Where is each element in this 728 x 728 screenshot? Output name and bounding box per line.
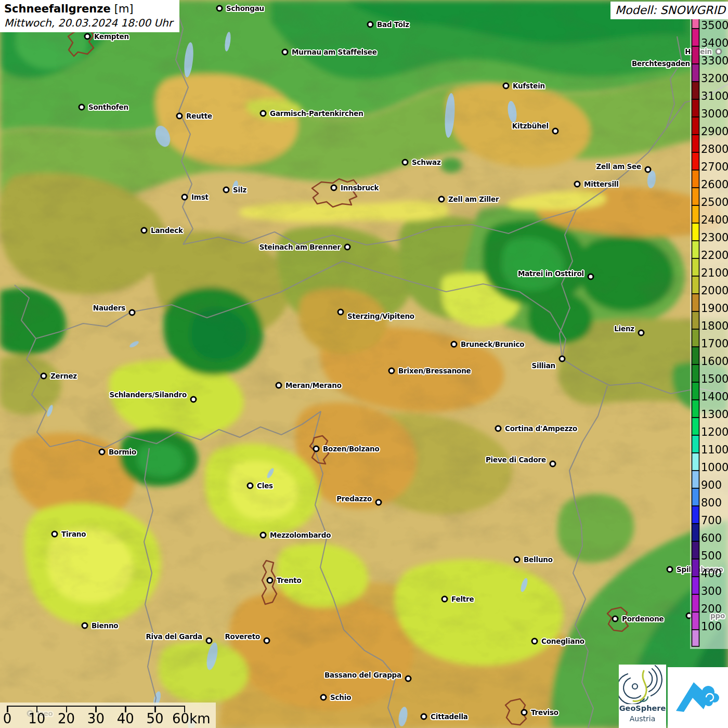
city-marker-icon bbox=[141, 227, 148, 234]
city-label: Matrei in Osttirol bbox=[518, 269, 584, 278]
colorbar-segment bbox=[692, 223, 699, 241]
city-marker-icon bbox=[282, 49, 289, 56]
city-marker-icon bbox=[503, 83, 510, 89]
city-label: Schongau bbox=[226, 4, 264, 12]
scale-bar-label: 50 bbox=[146, 711, 163, 726]
city-label: Cortina d'Ampezzo bbox=[505, 424, 577, 433]
city-marker-icon bbox=[267, 577, 274, 584]
city-label: Lienz bbox=[614, 324, 634, 333]
city-marker-icon bbox=[638, 330, 645, 336]
city-marker-icon bbox=[337, 309, 344, 316]
colorbar-segment bbox=[692, 382, 699, 400]
city-marker-icon bbox=[129, 309, 136, 316]
colorbar-segment bbox=[692, 577, 699, 594]
city-marker-icon bbox=[667, 566, 673, 573]
colorbar-segment bbox=[692, 453, 699, 471]
colorbar-segment bbox=[692, 418, 699, 435]
colorbar-tick-label: 2500 bbox=[701, 196, 728, 209]
city-marker-icon bbox=[552, 128, 559, 135]
colorbar-tick-label: 3100 bbox=[701, 90, 728, 102]
colorbar-tick-label: 1000 bbox=[701, 461, 728, 474]
scale-bar-label: 20 bbox=[58, 711, 75, 726]
scale-bar-label: 60km bbox=[172, 711, 210, 726]
colorbar-segment bbox=[692, 365, 699, 382]
colorbar-tick-label: 3200 bbox=[701, 72, 728, 85]
colorbar-segment bbox=[692, 82, 699, 99]
colorbar-tick-label: 800 bbox=[701, 497, 722, 509]
city-marker-icon bbox=[216, 5, 223, 12]
city-marker-icon bbox=[79, 104, 85, 111]
city-marker-icon bbox=[402, 159, 409, 166]
city-marker-icon bbox=[247, 483, 254, 489]
city-label: Kempten bbox=[94, 32, 129, 41]
geosphere-logo: GeoSphere Austria bbox=[619, 665, 666, 728]
colorbar-tick-label: 3500 bbox=[701, 19, 728, 32]
colorbar-tick-label: 500 bbox=[701, 550, 722, 562]
scale-bar: 0102030405060km bbox=[0, 703, 216, 728]
colorbar-segment bbox=[692, 541, 699, 559]
city-label: Tirano bbox=[61, 530, 86, 538]
city-marker-icon bbox=[451, 341, 458, 348]
city-label: Imst bbox=[191, 193, 209, 201]
city-marker-icon bbox=[645, 166, 652, 173]
scale-bar-label: 30 bbox=[87, 711, 105, 726]
colorbar-tick-label: 3300 bbox=[701, 55, 728, 67]
city-label: Kitzbühel bbox=[512, 122, 549, 130]
city-marker-icon bbox=[521, 709, 528, 716]
city-marker-icon bbox=[264, 638, 270, 644]
colorbar-tick-label: 400 bbox=[701, 567, 722, 580]
city-label: Zell am Ziller bbox=[448, 195, 499, 203]
city-marker-icon bbox=[367, 21, 374, 28]
city-marker-icon bbox=[588, 274, 594, 280]
city-label: Meran/Merano bbox=[285, 381, 342, 389]
city-marker-icon bbox=[441, 596, 448, 603]
city-label: Sonthofen bbox=[88, 103, 128, 111]
city-label: Brixen/Bressanone bbox=[398, 367, 471, 375]
colorbar-tick-label: 700 bbox=[701, 514, 722, 527]
city-label: Schlanders/Silandro bbox=[109, 391, 187, 399]
colorbar-segment bbox=[692, 506, 699, 524]
city-marker-icon bbox=[421, 713, 427, 720]
colorbar-segment bbox=[692, 612, 699, 630]
colorbar-segment bbox=[692, 329, 699, 347]
colorbar-segment bbox=[692, 559, 699, 577]
city-marker-icon bbox=[331, 185, 337, 191]
title-unit: [m] bbox=[114, 3, 134, 15]
colorbar-segment bbox=[692, 594, 699, 612]
colorbar-segment bbox=[692, 46, 699, 64]
city-label: Cles bbox=[257, 482, 273, 490]
colorbar-tick-label: 2800 bbox=[701, 143, 728, 155]
colorbar-segment bbox=[692, 99, 699, 117]
city-label: Bassano del Grappa bbox=[324, 671, 401, 679]
city-marker-icon bbox=[190, 396, 197, 403]
colorbar-tick-label: 1900 bbox=[701, 302, 728, 315]
city-label: Schio bbox=[330, 693, 351, 701]
title-datetime: Mittwoch, 20.03.2024 18:00 Uhr bbox=[4, 16, 179, 30]
colorbar-segment bbox=[692, 258, 699, 276]
colorbar-segment bbox=[692, 170, 699, 188]
city-marker-icon bbox=[99, 449, 106, 456]
title-text: Schneefallgrenze bbox=[4, 3, 111, 15]
city-label: Pieve di Cadore bbox=[486, 456, 546, 464]
city-label: Steinach am Brenner bbox=[259, 243, 341, 251]
colorbar-tick-label: 2700 bbox=[701, 161, 728, 173]
colorbar-tick-label: 1800 bbox=[701, 320, 728, 332]
colorbar-tick-label: 3400 bbox=[701, 37, 728, 49]
colorbar-segment bbox=[692, 630, 699, 646]
city-label: Bruneck/Brunico bbox=[461, 340, 524, 348]
scale-bar-label: 40 bbox=[117, 711, 134, 726]
colorbar-segment bbox=[692, 524, 699, 541]
colorbar: 3500340033003200310030002900280027002600… bbox=[690, 15, 728, 649]
city-marker-icon bbox=[260, 532, 267, 539]
city-label: Landeck bbox=[151, 226, 183, 235]
colorbar-tick-label: 1300 bbox=[701, 408, 728, 421]
city-marker-icon bbox=[388, 368, 395, 374]
city-label: Garmisch-Partenkirchen bbox=[270, 109, 363, 118]
city-marker-icon bbox=[41, 373, 47, 380]
city-label: Murnau am Staffelsee bbox=[292, 48, 377, 56]
title-box: Schneefallgrenze[m] Mittwoch, 20.03.2024… bbox=[0, 0, 179, 32]
colorbar-tick-label: 2400 bbox=[701, 214, 728, 226]
colorbar-tick-label: 900 bbox=[701, 479, 722, 491]
city-marker-icon bbox=[495, 425, 502, 432]
colorbar-segment bbox=[692, 205, 699, 223]
